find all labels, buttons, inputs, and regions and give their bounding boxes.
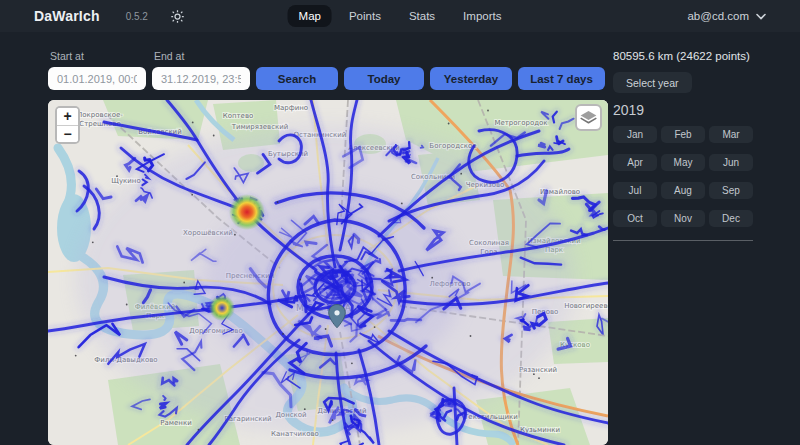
zoom-out-button[interactable]: − (57, 125, 78, 142)
month-button-jun[interactable]: Jun (709, 154, 753, 171)
heatmap-spot-secondary (209, 295, 235, 321)
month-button-feb[interactable]: Feb (661, 126, 705, 143)
distance-stats: 80595.6 km (24622 points) (613, 50, 783, 62)
nav-tab-points[interactable]: Points (338, 5, 392, 27)
month-button-apr[interactable]: Apr (613, 154, 657, 171)
today-button[interactable]: Today (344, 67, 424, 90)
month-button-jan[interactable]: Jan (613, 126, 657, 143)
map-zoom-control: + − (55, 106, 80, 144)
svg-text:Раменки: Раменки (160, 419, 191, 427)
month-button-jul[interactable]: Jul (613, 182, 657, 199)
app-logo: DaWarIch (34, 8, 100, 24)
svg-text:Метрогородок: Метрогородок (494, 119, 547, 127)
svg-text:Коптево: Коптево (223, 112, 254, 120)
year-panel: 80595.6 km (24622 points) Select year 20… (613, 50, 783, 241)
navbar: DaWarIch 0.5.2 Map Points Stats Imports … (0, 0, 800, 32)
month-button-dec[interactable]: Dec (709, 210, 753, 227)
map-layers-control[interactable] (575, 104, 602, 131)
chevron-down-icon (756, 13, 766, 20)
sun-icon (170, 9, 185, 24)
user-email: ab@cd.com (687, 10, 749, 22)
heatmap-spot-primary (229, 194, 265, 230)
search-button[interactable]: Search (256, 67, 338, 90)
end-at-label: End at (152, 50, 250, 62)
nav-tab-stats[interactable]: Stats (398, 5, 446, 27)
nav-tab-imports[interactable]: Imports (452, 5, 512, 27)
panel-divider (613, 240, 753, 241)
last-7-days-button[interactable]: Last 7 days (518, 67, 605, 90)
month-button-may[interactable]: May (661, 154, 705, 171)
yesterday-button[interactable]: Yesterday (430, 67, 512, 90)
start-at-field: Start at (48, 50, 146, 90)
year-heading: 2019 (613, 102, 783, 118)
start-at-label: Start at (48, 50, 146, 62)
layers-icon (580, 110, 597, 125)
month-button-aug[interactable]: Aug (661, 182, 705, 199)
filter-controls: Start at End at Search Today Yesterday L… (48, 50, 605, 90)
zoom-in-button[interactable]: + (57, 108, 78, 125)
map-container[interactable]: Покровское-СтрешневоВойковскийКоптевоМар… (48, 100, 608, 445)
svg-text:Покровское-: Покровское- (77, 111, 123, 119)
svg-text:Марфино: Марфино (274, 104, 308, 112)
main-nav: Map Points Stats Imports (288, 0, 513, 32)
month-button-mar[interactable]: Mar (709, 126, 753, 143)
end-at-input[interactable] (152, 67, 250, 90)
map-canvas: Покровское-СтрешневоВойковскийКоптевоМар… (48, 100, 608, 445)
end-at-field: End at (152, 50, 250, 90)
user-menu[interactable]: ab@cd.com (687, 10, 766, 22)
month-button-oct[interactable]: Oct (613, 210, 657, 227)
month-button-sep[interactable]: Sep (709, 182, 753, 199)
nav-tab-map[interactable]: Map (288, 5, 332, 27)
start-at-input[interactable] (48, 67, 146, 90)
month-grid: Jan Feb Mar Apr May Jun Jul Aug Sep Oct … (613, 126, 783, 227)
app-version: 0.5.2 (126, 11, 148, 22)
month-button-nov[interactable]: Nov (661, 210, 705, 227)
select-year-button[interactable]: Select year (613, 72, 692, 93)
theme-toggle-button[interactable] (170, 9, 185, 24)
